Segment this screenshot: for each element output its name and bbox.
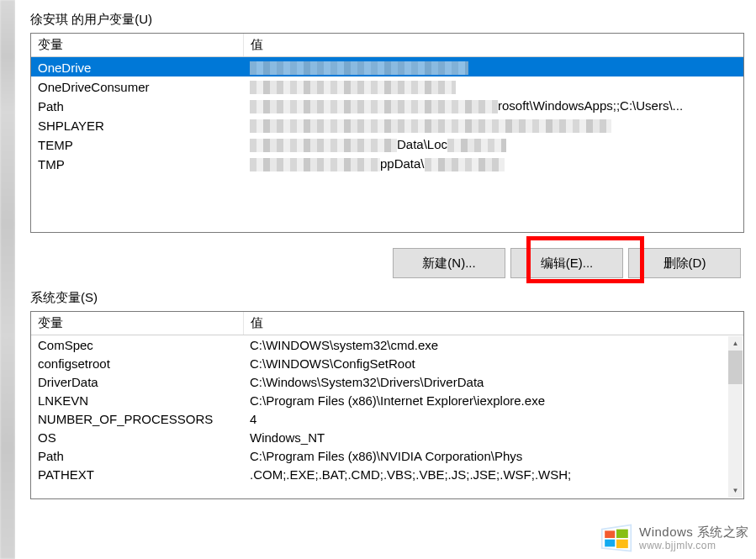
user-vars-label: 徐安琪 的用户变量(U) [30, 12, 744, 28]
table-row[interactable]: OneDrive [31, 57, 743, 77]
watermark-line1: Windows 系统之家 [639, 525, 749, 540]
var-name-cell: ComSpec [31, 335, 243, 355]
var-value-cell [243, 115, 743, 134]
table-row[interactable]: configsetrootC:\WINDOWS\ConfigSetRoot [31, 354, 743, 372]
scroll-thumb[interactable] [728, 351, 743, 384]
var-value-cell: C:\Program Files (x86)\Internet Explorer… [243, 391, 743, 409]
watermark-text: Windows 系统之家 www.bjjmlv.com [639, 525, 749, 551]
sys-table-header[interactable]: 变量 值 [31, 312, 743, 335]
sys-vars-table[interactable]: 变量 值 ComSpecC:\WINDOWS\system32\cmd.exec… [30, 311, 744, 499]
sys-scrollbar[interactable]: ▲ ▼ [728, 336, 743, 498]
var-value-cell: Windows_NT [243, 428, 743, 446]
var-name-cell: OS [31, 428, 243, 446]
watermark: Windows 系统之家 www.bjjmlv.com [599, 522, 749, 554]
var-value-cell: C:\WINDOWS\ConfigSetRoot [243, 354, 743, 372]
svg-rect-2 [605, 540, 615, 547]
var-name-cell: PATHEXT [31, 465, 243, 483]
var-name-cell: Path [31, 446, 243, 465]
table-row[interactable]: OSWindows_NT [31, 428, 743, 446]
var-value-cell: C:\Program Files (x86)\NVIDIA Corporatio… [243, 446, 743, 465]
edit-button[interactable]: 编辑(E)... [510, 248, 623, 278]
var-name-cell: SHPLAYER [31, 115, 243, 134]
table-row[interactable]: ComSpecC:\WINDOWS\system32\cmd.exe [31, 335, 743, 355]
table-row[interactable]: PathC:\Program Files (x86)\NVIDIA Corpor… [31, 446, 743, 465]
var-name-cell: configsetroot [31, 354, 243, 372]
svg-rect-0 [605, 530, 615, 538]
var-value-cell [243, 76, 743, 96]
svg-rect-1 [616, 530, 628, 538]
user-buttons-row: 新建(N)... 编辑(E)... 删除(D) [30, 248, 744, 278]
var-name-cell: LNKEVN [31, 391, 243, 409]
var-name-cell: TEMP [31, 134, 243, 154]
left-edge-deco [0, 0, 15, 559]
table-row[interactable]: NUMBER_OF_PROCESSORS4 [31, 409, 743, 428]
var-value-cell: C:\WINDOWS\system32\cmd.exe [243, 335, 743, 355]
var-name-cell: TMP [31, 154, 243, 173]
col-header-variable[interactable]: 变量 [31, 312, 243, 335]
new-button[interactable]: 新建(N)... [393, 248, 505, 278]
delete-button[interactable]: 删除(D) [628, 248, 741, 278]
var-value-cell [243, 57, 743, 77]
var-name-cell: Path [31, 96, 243, 115]
table-row[interactable]: TEMPData\Loc [31, 134, 743, 154]
var-name-cell: OneDrive [31, 57, 243, 77]
table-row[interactable]: SHPLAYER [31, 115, 743, 134]
table-row[interactable]: OneDriveConsumer [31, 76, 743, 96]
table-row[interactable]: LNKEVNC:\Program Files (x86)\Internet Ex… [31, 391, 743, 409]
user-table-header[interactable]: 变量 值 [31, 34, 743, 57]
user-vars-table[interactable]: 变量 值 OneDriveOneDriveConsumerPathrosoft\… [30, 33, 744, 233]
var-name-cell: DriverData [31, 372, 243, 391]
scroll-up-icon[interactable]: ▲ [728, 336, 743, 351]
var-value-cell: 4 [243, 409, 743, 428]
table-row[interactable]: DriverDataC:\Windows\System32\Drivers\Dr… [31, 372, 743, 391]
var-value-cell: Data\Loc [243, 134, 743, 154]
col-header-value[interactable]: 值 [243, 312, 743, 335]
svg-rect-3 [616, 540, 628, 548]
scroll-down-icon[interactable]: ▼ [728, 483, 743, 498]
env-vars-dialog: 徐安琪 的用户变量(U) 变量 值 OneDriveOneDriveConsum… [15, 0, 756, 559]
var-value-cell: C:\Windows\System32\Drivers\DriverData [243, 372, 743, 391]
var-name-cell: NUMBER_OF_PROCESSORS [31, 409, 243, 428]
windows-logo-icon [599, 522, 634, 554]
table-row[interactable]: PATHEXT.COM;.EXE;.BAT;.CMD;.VBS;.VBE;.JS… [31, 465, 743, 483]
var-name-cell: OneDriveConsumer [31, 76, 243, 96]
var-value-cell: .COM;.EXE;.BAT;.CMD;.VBS;.VBE;.JS;.JSE;.… [243, 465, 743, 483]
watermark-line2: www.bjjmlv.com [639, 540, 749, 551]
col-header-variable[interactable]: 变量 [31, 34, 243, 57]
col-header-value[interactable]: 值 [243, 34, 743, 57]
sys-vars-label: 系统变量(S) [30, 290, 744, 306]
var-value-cell: rosoft\WindowsApps;;C:\Users\... [243, 96, 743, 115]
table-row[interactable]: TMPppData\ [31, 154, 743, 173]
table-row[interactable]: Pathrosoft\WindowsApps;;C:\Users\... [31, 96, 743, 115]
var-value-cell: ppData\ [243, 154, 743, 173]
